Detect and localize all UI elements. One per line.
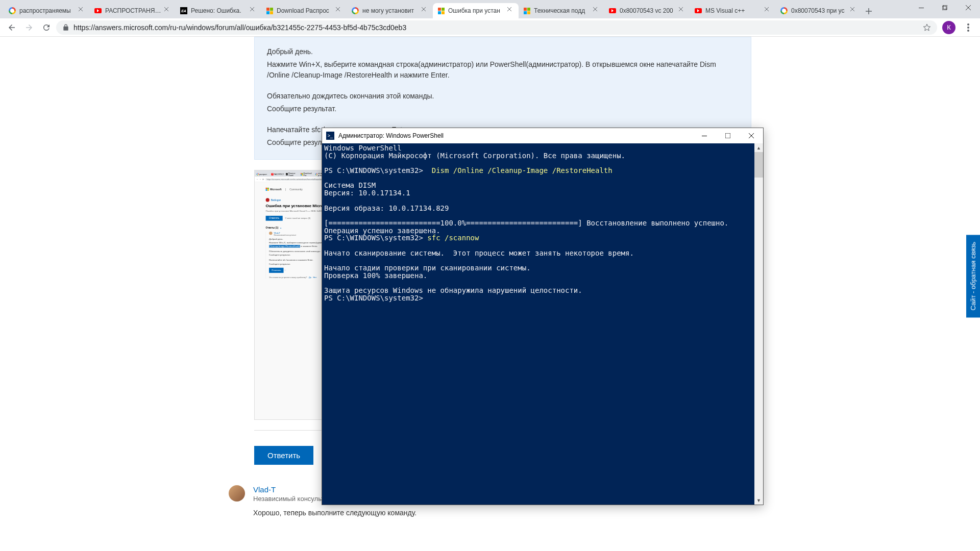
browser-tab[interactable]: 0x80070543 vc 200 <box>604 3 690 18</box>
tab-title: Download Распрос <box>277 7 333 14</box>
tab-favicon <box>94 7 102 15</box>
tab-favicon <box>694 7 702 15</box>
tab-close-icon[interactable] <box>679 7 686 14</box>
powershell-output[interactable]: Windows PowerShell (C) Корпорация Майкро… <box>322 143 754 505</box>
tab-favicon <box>437 7 445 15</box>
svg-rect-1 <box>942 6 946 10</box>
tab-favicon <box>608 7 617 15</box>
tab-title: Ошибка при устан <box>448 7 504 14</box>
reload-button[interactable] <box>39 20 54 35</box>
tab-title: Техническая подд <box>534 7 590 14</box>
reply-button[interactable]: Ответить <box>254 446 313 465</box>
browser-tab[interactable]: Ошибка при устан <box>433 3 519 18</box>
powershell-icon: >_ <box>326 132 334 140</box>
tab-title: РАСПРОСТРАНЯЕМ <box>105 7 161 14</box>
svg-point-4 <box>967 27 969 29</box>
browser-toolbar: https://answers.microsoft.com/ru-ru/wind… <box>0 18 980 37</box>
ps-minimize-button[interactable] <box>693 128 716 143</box>
new-tab-button[interactable] <box>862 4 876 18</box>
browser-tab[interactable]: Download Распрос <box>261 3 347 18</box>
svg-rect-7 <box>725 133 730 138</box>
tab-close-icon[interactable] <box>507 7 514 14</box>
browser-tab[interactable]: распространяемы <box>4 3 90 18</box>
answer-text: Хорошо, теперь выполните следующую коман… <box>253 509 751 517</box>
powershell-scrollbar[interactable]: ▲ ▼ <box>754 143 763 505</box>
tab-favicon <box>780 7 788 15</box>
tab-close-icon[interactable] <box>765 7 772 14</box>
os-maximize-button[interactable] <box>933 0 957 15</box>
svg-point-5 <box>967 30 969 32</box>
answer-line: Нажмите Win+X, выберите командная строка… <box>267 59 739 81</box>
answer-line: Добрый день. <box>267 46 739 57</box>
powershell-title: Администратор: Windows PowerShell <box>338 132 693 139</box>
tab-title: 0x80070543 при ус <box>791 7 847 14</box>
answer-line: Сообщите результат. <box>267 104 739 114</box>
tab-favicon <box>8 7 16 15</box>
browser-tab[interactable]: 0x80070543 при ус <box>776 3 862 18</box>
svg-point-3 <box>967 23 969 26</box>
tab-close-icon[interactable] <box>850 7 857 14</box>
url-text: https://answers.microsoft.com/ru-ru/wind… <box>74 23 919 32</box>
tab-favicon <box>265 7 274 15</box>
browser-tab[interactable]: EAРешено: Ошибка. <box>176 3 261 18</box>
powershell-titlebar[interactable]: >_ Администратор: Windows PowerShell <box>322 128 763 143</box>
svg-rect-6 <box>702 136 707 136</box>
tab-close-icon[interactable] <box>593 7 600 14</box>
back-button[interactable] <box>4 20 19 35</box>
tab-close-icon[interactable] <box>336 7 343 14</box>
os-close-button[interactable] <box>957 0 980 15</box>
tab-close-icon[interactable] <box>422 7 429 14</box>
svg-rect-2 <box>943 5 947 9</box>
tab-favicon <box>351 7 359 15</box>
tab-favicon: EA <box>180 7 188 15</box>
browser-tab[interactable]: Техническая подд <box>519 3 604 18</box>
user-avatar <box>229 485 245 502</box>
powershell-window[interactable]: >_ Администратор: Windows PowerShell Win… <box>322 128 764 505</box>
os-minimize-button[interactable] <box>910 0 933 15</box>
browser-tab[interactable]: не могу установит <box>347 3 433 18</box>
tab-title: MS Visual c++ <box>705 7 762 14</box>
ps-maximize-button[interactable] <box>716 128 740 143</box>
svg-rect-0 <box>919 8 924 8</box>
browser-menu-button[interactable] <box>961 23 976 32</box>
browser-tab[interactable]: РАСПРОСТРАНЯЕМ <box>90 3 176 18</box>
bookmark-star-icon[interactable] <box>923 23 931 32</box>
scroll-up-button[interactable]: ▲ <box>754 143 763 152</box>
tab-title: не могу установит <box>362 7 419 14</box>
answer-line: Обязательно дождитесь окончания этой ком… <box>267 91 739 102</box>
tab-title: распространяемы <box>19 7 76 14</box>
tab-close-icon[interactable] <box>79 7 86 14</box>
scrollbar-thumb[interactable] <box>754 152 763 178</box>
tab-title: 0x80070543 vc 200 <box>620 7 676 14</box>
tab-close-icon[interactable] <box>250 7 257 14</box>
scroll-down-button[interactable]: ▼ <box>754 496 763 505</box>
tab-favicon <box>523 7 531 15</box>
feedback-side-tab[interactable]: Сайт - обратная связь <box>966 235 980 317</box>
browser-tabstrip: распространяемыРАСПРОСТРАНЯЕМEAРешено: О… <box>0 0 980 18</box>
tab-title: Решено: Ошибка. <box>191 7 247 14</box>
lock-icon <box>62 24 69 31</box>
forward-button[interactable] <box>21 20 37 35</box>
profile-avatar[interactable]: К <box>942 21 955 34</box>
browser-tab[interactable]: MS Visual c++ <box>690 3 776 18</box>
ps-close-button[interactable] <box>740 128 763 143</box>
tab-close-icon[interactable] <box>164 7 172 14</box>
address-bar[interactable]: https://answers.microsoft.com/ru-ru/wind… <box>56 20 937 35</box>
